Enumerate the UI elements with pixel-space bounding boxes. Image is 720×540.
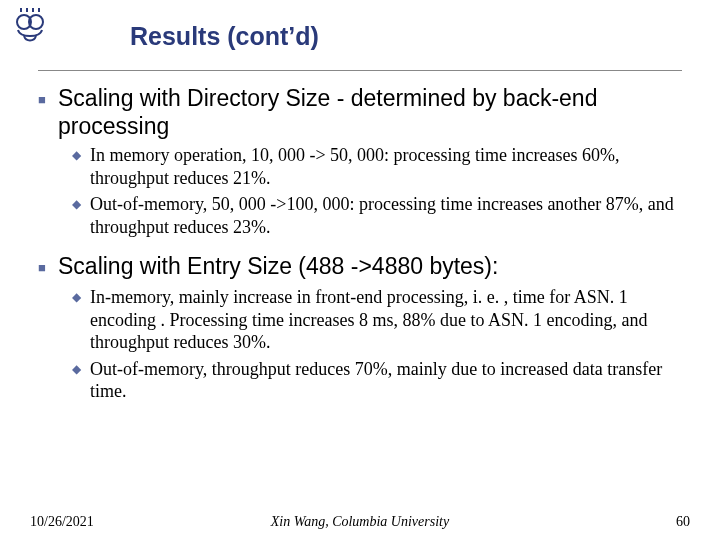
bullet-text: Scaling with Directory Size - determined… (58, 84, 682, 140)
title-divider (38, 70, 682, 71)
bullet-level1: ■ Scaling with Directory Size - determin… (38, 84, 682, 140)
square-bullet-icon: ■ (38, 252, 58, 282)
bullet-level1: ■ Scaling with Entry Size (488 ->4880 by… (38, 252, 682, 282)
slide: Results (cont’d) ■ Scaling with Director… (0, 0, 720, 540)
slide-title: Results (cont’d) (130, 22, 319, 51)
diamond-bullet-icon: ◆ (72, 144, 90, 166)
bullet-level2: ◆ Out-of-memory, throughput reduces 70%,… (72, 358, 682, 403)
crown-crest-icon (12, 8, 48, 44)
footer-author: Xin Wang, Columbia University (30, 514, 690, 530)
bullet-text: Scaling with Entry Size (488 ->4880 byte… (58, 252, 682, 280)
bullet-level2: ◆ In-memory, mainly increase in front-en… (72, 286, 682, 354)
diamond-bullet-icon: ◆ (72, 358, 90, 380)
subbullet-text: In-memory, mainly increase in front-end … (90, 286, 682, 354)
diamond-bullet-icon: ◆ (72, 286, 90, 308)
subbullet-text: Out-of-memory, 50, 000 ->100, 000: proce… (90, 193, 682, 238)
slide-body: ■ Scaling with Directory Size - determin… (38, 78, 682, 403)
bullet-level2: ◆ Out-of-memory, 50, 000 ->100, 000: pro… (72, 193, 682, 238)
diamond-bullet-icon: ◆ (72, 193, 90, 215)
footer-date: 10/26/2021 (30, 514, 94, 530)
footer-page-number: 60 (676, 514, 690, 530)
bullet-level2: ◆ In memory operation, 10, 000 -> 50, 00… (72, 144, 682, 189)
slide-footer: 10/26/2021 Xin Wang, Columbia University… (30, 514, 690, 530)
square-bullet-icon: ■ (38, 84, 58, 114)
subbullet-text: Out-of-memory, throughput reduces 70%, m… (90, 358, 682, 403)
subbullet-text: In memory operation, 10, 000 -> 50, 000:… (90, 144, 682, 189)
